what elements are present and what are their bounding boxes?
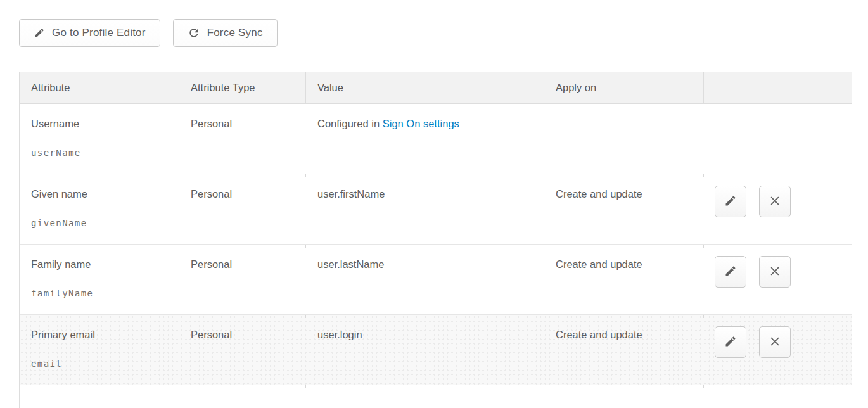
attribute-type-cell: Personal bbox=[179, 174, 306, 244]
table-row: Family name familyName Personal user.las… bbox=[20, 245, 852, 315]
close-icon bbox=[769, 265, 781, 279]
force-sync-label: Force Sync bbox=[207, 27, 263, 39]
edit-attribute-button[interactable] bbox=[715, 326, 746, 358]
header-value: Value bbox=[306, 72, 544, 103]
attribute-label: Primary email bbox=[31, 328, 168, 341]
actions-cell bbox=[704, 245, 852, 314]
delete-attribute-button[interactable] bbox=[759, 256, 791, 288]
attribute-cell: Family name familyName bbox=[20, 245, 179, 314]
table-row: Username userName Personal Configured in… bbox=[20, 104, 852, 174]
attribute-type-cell: Personal bbox=[179, 104, 306, 174]
header-apply-on: Apply on bbox=[544, 72, 704, 103]
attribute-variable-name: userName bbox=[31, 146, 168, 160]
go-to-profile-editor-label: Go to Profile Editor bbox=[52, 27, 146, 39]
pencil-icon bbox=[724, 265, 737, 279]
actions-cell bbox=[704, 315, 852, 385]
apply-on-cell: Create and update bbox=[544, 315, 704, 385]
close-icon bbox=[769, 335, 781, 350]
table-header-row: Attribute Attribute Type Value Apply on bbox=[20, 72, 852, 104]
sign-on-settings-link[interactable]: Sign On settings bbox=[383, 118, 459, 129]
refresh-icon bbox=[188, 27, 200, 39]
value-text: Configured in bbox=[317, 118, 383, 129]
actions-cell bbox=[704, 174, 852, 244]
toolbar: Go to Profile Editor Force Sync bbox=[0, 0, 868, 47]
apply-on-cell: Create and update bbox=[544, 245, 704, 314]
apply-on-cell: Create and update bbox=[544, 174, 704, 244]
attribute-cell: Username userName bbox=[20, 104, 179, 174]
table-row: Given name givenName Personal user.first… bbox=[20, 174, 852, 245]
header-attribute-type: Attribute Type bbox=[179, 72, 306, 103]
edit-attribute-button[interactable] bbox=[715, 186, 746, 217]
value-cell: user.lastName bbox=[306, 245, 544, 314]
attribute-cell: Given name givenName bbox=[20, 174, 179, 244]
actions-cell bbox=[704, 104, 852, 174]
attribute-label: Given name bbox=[31, 188, 168, 201]
attribute-variable-name: familyName bbox=[31, 287, 168, 300]
attribute-type-cell: Personal bbox=[179, 315, 306, 385]
force-sync-button[interactable]: Force Sync bbox=[173, 19, 278, 47]
pencil-icon bbox=[34, 27, 45, 39]
pencil-icon bbox=[724, 335, 737, 350]
value-cell: user.firstName bbox=[306, 174, 544, 244]
go-to-profile-editor-button[interactable]: Go to Profile Editor bbox=[19, 19, 160, 47]
header-actions bbox=[704, 72, 852, 103]
attribute-label: Username bbox=[31, 117, 168, 131]
table-row: Primary email email Personal user.login … bbox=[20, 315, 852, 385]
header-attribute: Attribute bbox=[20, 72, 179, 103]
table-row bbox=[20, 385, 852, 408]
edit-attribute-button[interactable] bbox=[715, 256, 746, 288]
attribute-cell: Primary email email bbox=[20, 315, 179, 385]
delete-attribute-button[interactable] bbox=[759, 326, 791, 358]
value-cell: user.login bbox=[306, 315, 544, 385]
attribute-variable-name: email bbox=[31, 357, 168, 371]
close-icon bbox=[769, 194, 781, 209]
attribute-variable-name: givenName bbox=[31, 217, 168, 230]
pencil-icon bbox=[724, 194, 737, 209]
delete-attribute-button[interactable] bbox=[759, 186, 791, 217]
attribute-label: Family name bbox=[31, 258, 168, 271]
apply-on-cell bbox=[544, 104, 704, 174]
value-cell: Configured in Sign On settings bbox=[306, 104, 544, 174]
attribute-type-cell: Personal bbox=[179, 245, 306, 314]
attribute-mappings-table: Attribute Attribute Type Value Apply on … bbox=[19, 72, 852, 408]
